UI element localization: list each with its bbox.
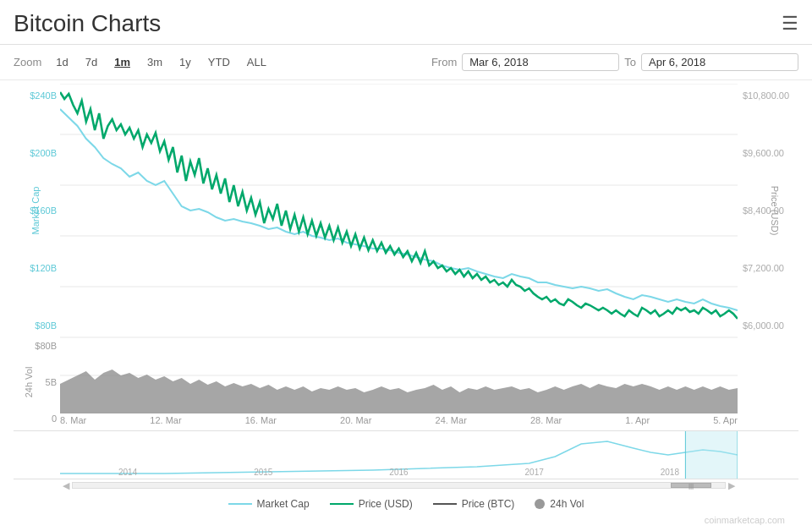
y-right-3: $7,200.00 — [743, 263, 798, 273]
x-label-5: 28. Mar — [530, 415, 562, 425]
zoom-ytd[interactable]: YTD — [202, 53, 236, 71]
legend-line-price-usd — [330, 503, 354, 505]
legend-label-vol: 24h Vol — [550, 498, 584, 510]
mini-x-4: 2018 — [661, 468, 679, 477]
price-axis-label: Price (USD) — [771, 186, 781, 236]
mini-x-3: 2017 — [525, 468, 544, 477]
vol-y-1: 5B — [14, 377, 57, 387]
y-left-1: $200B — [14, 148, 57, 158]
zoom-1y[interactable]: 1y — [173, 53, 197, 71]
legend-dot-vol — [535, 499, 545, 509]
legend-vol: 24h Vol — [535, 498, 584, 510]
legend-line-market-cap — [228, 503, 252, 505]
mini-x-1: 2015 — [254, 468, 272, 477]
scroll-track[interactable]: ||| — [72, 482, 726, 489]
mini-x-2: 2016 — [389, 468, 408, 477]
date-range: From To — [431, 53, 798, 71]
x-label-2: 16. Mar — [245, 415, 277, 425]
mini-x-0: 2014 — [118, 468, 137, 477]
page-header: Bitcoin Charts ☰ — [0, 0, 812, 45]
volume-chart-svg — [60, 337, 738, 413]
chart-container: Market Cap $240B $200B $160B $120B $80B — [0, 84, 812, 530]
legend-price-usd: Price (USD) — [330, 498, 413, 510]
from-date-input[interactable] — [462, 53, 619, 71]
x-label-4: 24. Mar — [436, 415, 467, 425]
zoom-all[interactable]: ALL — [241, 53, 272, 71]
scroll-left-arrow[interactable]: ◀ — [60, 480, 72, 491]
from-label: From — [431, 56, 457, 68]
main-chart-svg — [60, 84, 738, 337]
zoom-label: Zoom — [14, 56, 41, 68]
chart-legend: Market Cap Price (USD) Price (BTC) 24h V… — [14, 491, 798, 513]
legend-label-market-cap: Market Cap — [257, 498, 310, 510]
legend-price-btc: Price (BTC) — [433, 498, 515, 510]
x-label-6: 1. Apr — [625, 415, 650, 425]
to-label: To — [624, 56, 636, 68]
zoom-3m[interactable]: 3m — [141, 53, 168, 71]
vol-y-2: 0 — [14, 413, 57, 424]
y-right-1: $9,600.00 — [743, 148, 798, 158]
vol-axis-label: 24h Vol — [24, 367, 34, 398]
chart-controls: Zoom 1d 7d 1m 3m 1y YTD ALL From To — [0, 45, 812, 80]
x-label-1: 12. Mar — [150, 415, 181, 425]
watermark: coinmarketcap.com — [14, 513, 798, 530]
scrollbar-row: ◀ ||| ▶ — [14, 479, 798, 491]
legend-label-price-btc: Price (BTC) — [462, 498, 515, 510]
y-left-0: $240B — [14, 90, 57, 101]
x-label-3: 20. Mar — [340, 415, 371, 425]
zoom-1m[interactable]: 1m — [108, 53, 136, 71]
y-right-4: $6,000.00 — [743, 320, 798, 331]
vol-y-0: $80B — [14, 341, 57, 351]
y-left-4: $80B — [14, 320, 57, 331]
menu-icon[interactable]: ☰ — [782, 13, 798, 35]
legend-market-cap: Market Cap — [228, 498, 310, 510]
y-left-3: $120B — [14, 263, 57, 273]
x-label-0: 8. Mar — [60, 415, 86, 425]
zoom-7d[interactable]: 7d — [80, 53, 103, 71]
to-date-input[interactable] — [641, 53, 798, 71]
x-label-7: 5. Apr — [713, 415, 738, 425]
zoom-1d[interactable]: 1d — [50, 53, 74, 71]
x-axis: 8. Mar 12. Mar 16. Mar 20. Mar 24. Mar 2… — [60, 413, 738, 427]
legend-label-price-usd: Price (USD) — [359, 498, 413, 510]
scroll-thumb[interactable]: ||| — [671, 483, 711, 488]
scroll-right-arrow[interactable]: ▶ — [726, 480, 738, 491]
market-cap-axis-label: Market Cap — [30, 187, 41, 235]
y-right-0: $10,800.00 — [743, 90, 798, 101]
page-title: Bitcoin Charts — [14, 10, 161, 37]
legend-line-price-btc — [433, 503, 457, 505]
mini-x-axis: 2014 2015 2016 2017 2018 — [60, 468, 738, 477]
